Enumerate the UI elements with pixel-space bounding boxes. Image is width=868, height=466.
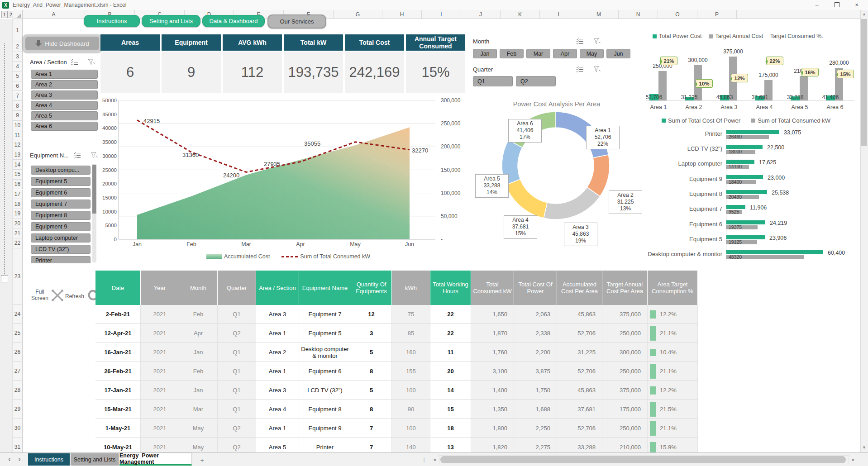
slicer-clearfilter-icon-month[interactable]	[593, 38, 601, 45]
column-header-O[interactable]: O	[658, 10, 697, 19]
toolbar-button-setting-and-lists[interactable]: Setting and Lists	[142, 15, 200, 27]
table-cell-r3-c12[interactable]: 250,000	[602, 362, 648, 381]
table-cell-r7-c13[interactable]: 15.9%	[648, 438, 698, 452]
tabs-scroll-left-icon[interactable]: ‹	[5, 455, 14, 464]
table-cell-r5-c1[interactable]: 2021	[141, 400, 179, 419]
close-button[interactable]: ×	[847, 0, 866, 10]
table-cell-r3-c2[interactable]: Feb	[179, 362, 218, 381]
table-cell-r6-c1[interactable]: 2021	[141, 419, 179, 438]
slicer-item-month-jun[interactable]: Jun	[606, 49, 630, 58]
table-cell-r3-c4[interactable]: Area 1	[256, 362, 299, 381]
table-cell-r5-c0[interactable]: 15-Mar-21	[95, 400, 141, 419]
column-header-N[interactable]: N	[619, 10, 658, 19]
table-cell-r4-c0[interactable]: 17-Jan-21	[95, 381, 141, 400]
table-cell-r5-c10[interactable]: 1,688	[514, 400, 557, 419]
table-cell-r4-c5[interactable]: LCD TV (32")	[299, 381, 351, 400]
row-header-31[interactable]: 31	[13, 438, 23, 452]
sheet-tab-setting-and-lists[interactable]: Setting and Lists	[71, 453, 119, 466]
table-cell-r4-c7[interactable]: 100	[392, 381, 430, 400]
slicer-clearfilter-icon-area[interactable]	[88, 59, 96, 66]
table-cell-r5-c8[interactable]: 15	[430, 400, 471, 419]
table-cell-r1-c12[interactable]: 250,000	[602, 324, 648, 343]
table-cell-r2-c1[interactable]: 2021	[141, 343, 179, 362]
table-cell-r4-c6[interactable]: 5	[351, 381, 392, 400]
maximize-button[interactable]	[827, 0, 846, 10]
select-all-corner[interactable]	[13, 10, 23, 19]
table-cell-r7-c10[interactable]: 2,275	[514, 438, 557, 452]
minimize-button[interactable]: –	[807, 0, 826, 10]
row-header-27[interactable]: 27	[13, 362, 23, 381]
vscroll-up-arrow[interactable]: ▲	[861, 11, 867, 17]
slicer-item-month-jan[interactable]: Jan	[473, 49, 497, 58]
table-cell-r4-c3[interactable]: Q1	[218, 381, 256, 400]
table-cell-r6-c0[interactable]: 1-May-21	[95, 419, 141, 438]
column-header-J[interactable]: J	[461, 10, 501, 19]
row-header-29[interactable]: 29	[13, 400, 23, 419]
table-cell-r5-c5[interactable]: Equipment 8	[299, 400, 351, 419]
row-header-9[interactable]: 9	[13, 111, 23, 121]
row-header-11[interactable]: 11	[13, 130, 23, 140]
row-header-20[interactable]: 20	[13, 219, 23, 229]
table-cell-r1-c11[interactable]: 52,706	[557, 324, 602, 343]
table-cell-r3-c0[interactable]: 26-Feb-21	[95, 362, 141, 381]
table-cell-r2-c0[interactable]: 16-Jan-21	[95, 343, 141, 362]
new-sheet-button[interactable]: +	[198, 456, 206, 464]
column-header-K[interactable]: K	[501, 10, 540, 19]
table-cell-r1-c5[interactable]: Equipment 5	[299, 324, 351, 343]
slicer-item-equipment-3[interactable]: Equipment 7	[31, 200, 91, 209]
table-cell-r3-c5[interactable]: Equipment 6	[299, 362, 351, 381]
toolbar-button-instructions[interactable]: Instructions	[84, 15, 140, 27]
slicer-item-equipment-4[interactable]: Equipment 8	[31, 211, 91, 220]
table-cell-r5-c6[interactable]: 8	[351, 400, 392, 419]
toolbar-button-data-dashboard[interactable]: Data & Dashboard	[202, 15, 265, 27]
table-cell-r1-c8[interactable]: 22	[430, 324, 471, 343]
toolbar-button-our-services[interactable]: Our Services	[267, 14, 326, 29]
row-header-25[interactable]: 25	[13, 324, 23, 343]
table-cell-r5-c11[interactable]: 37,681	[557, 400, 602, 419]
table-cell-r1-c9[interactable]: 1,870	[471, 324, 514, 343]
table-cell-r7-c6[interactable]: 7	[351, 438, 392, 452]
table-cell-r4-c11[interactable]: 45,863	[557, 381, 602, 400]
table-cell-r0-c9[interactable]: 1,650	[471, 305, 514, 324]
outline-collapse-button[interactable]: −	[1, 275, 8, 282]
table-cell-r6-c13[interactable]: 21.1%	[648, 419, 698, 438]
slicer-item-area-1[interactable]: Area 1	[31, 70, 98, 79]
table-cell-r4-c4[interactable]: Area 3	[256, 381, 299, 400]
table-cell-r2-c4[interactable]: Area 2	[256, 343, 299, 362]
table-cell-r2-c13[interactable]: 10.4%	[648, 343, 698, 362]
table-cell-r5-c12[interactable]: 175,000	[602, 400, 648, 419]
row-header-17[interactable]: 17	[13, 190, 23, 200]
slicer-clearfilter-icon-equipment[interactable]	[91, 152, 99, 159]
table-cell-r0-c7[interactable]: 75	[392, 305, 430, 324]
table-cell-r1-c2[interactable]: Apr	[179, 324, 218, 343]
sheet-tab-energy-power-management[interactable]: Energy_Power Management	[119, 453, 192, 466]
slicer-item-equipment-0[interactable]: Desktop compu...	[31, 166, 91, 175]
table-cell-r3-c8[interactable]: 20	[430, 362, 471, 381]
table-cell-r7-c8[interactable]: 13	[430, 438, 471, 452]
table-cell-r6-c4[interactable]: Area 1	[256, 419, 299, 438]
hscroll-left-arrow[interactable]: ◄	[431, 456, 438, 464]
sheet-tab-instructions[interactable]: Instructions	[28, 453, 70, 466]
row-header-26[interactable]: 26	[13, 343, 23, 362]
table-cell-r6-c3[interactable]: Q2	[218, 419, 256, 438]
row-header-2[interactable]: 2	[13, 42, 23, 52]
row-header-7[interactable]: 7	[13, 91, 23, 101]
table-cell-r2-c3[interactable]: Q1	[218, 343, 256, 362]
column-header-A[interactable]: A	[23, 10, 85, 19]
slicer-item-area-5[interactable]: Area 5	[31, 111, 98, 120]
table-cell-r4-c13[interactable]: 12.2%	[648, 381, 698, 400]
table-cell-r2-c6[interactable]: 5	[351, 343, 392, 362]
table-cell-r1-c13[interactable]: 21.1%	[648, 324, 698, 343]
slicer-item-equipment-7[interactable]: LCD TV (32")	[31, 245, 91, 254]
row-header-18[interactable]: 18	[13, 199, 23, 209]
table-cell-r3-c11[interactable]: 52,706	[557, 362, 602, 381]
row-header-30[interactable]: 30	[13, 419, 23, 438]
tabs-scroll-right-icon[interactable]: ›	[15, 455, 24, 464]
table-cell-r3-c6[interactable]: 8	[351, 362, 392, 381]
outline-level-button-1[interactable]: 1	[1, 11, 8, 18]
table-cell-r7-c1[interactable]: 2021	[141, 438, 179, 452]
table-cell-r0-c5[interactable]: Equipment 7	[299, 305, 351, 324]
table-cell-r3-c9[interactable]: 3,100	[471, 362, 514, 381]
row-header-23[interactable]: 23	[13, 248, 23, 305]
table-cell-r1-c0[interactable]: 12-Apr-21	[95, 324, 141, 343]
